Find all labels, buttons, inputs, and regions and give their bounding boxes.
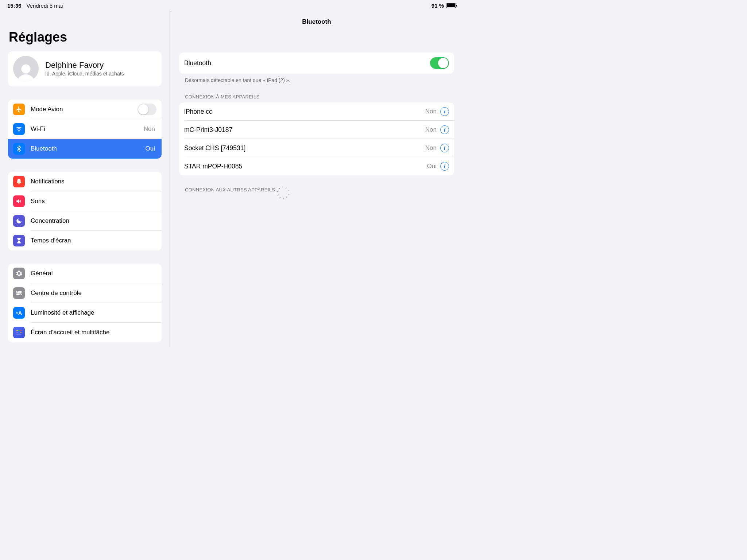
device-status: Non (425, 108, 437, 115)
wifi-icon (13, 123, 25, 135)
svg-rect-2 (16, 291, 22, 293)
svg-point-4 (17, 291, 18, 292)
wifi-label: Wi-Fi (31, 125, 144, 133)
svg-rect-3 (16, 293, 22, 295)
device-row[interactable]: mC-Print3-J0187 Non i (179, 121, 454, 139)
info-icon[interactable]: i (440, 107, 449, 116)
svg-rect-10 (19, 332, 20, 333)
my-devices-header: CONNEXION À MES APPAREILS (179, 94, 454, 102)
svg-rect-8 (20, 330, 22, 331)
info-icon[interactable]: i (440, 162, 449, 171)
hourglass-icon (13, 235, 25, 246)
moon-icon (13, 215, 25, 227)
battery-icon (446, 3, 456, 8)
screentime-label: Temps d’écran (31, 237, 156, 244)
svg-rect-12 (16, 334, 22, 335)
bluetooth-switch[interactable] (430, 57, 449, 69)
svg-point-0 (22, 65, 31, 74)
device-name: STAR mPOP-H0085 (184, 163, 427, 170)
bt-toggle-card: Bluetooth (179, 52, 454, 74)
control-label: Centre de contrôle (31, 289, 156, 297)
bt-value: Oui (146, 145, 155, 152)
status-time: 15:36 (7, 3, 21, 9)
profile-sub: Id. Apple, iCloud, médias et achats (45, 71, 124, 77)
svg-rect-11 (20, 332, 22, 333)
discoverable-note: Désormais détectable en tant que « iPad … (179, 74, 454, 83)
general-group: Général Centre de contrôle AA Luminosité… (8, 264, 162, 342)
profile-name: Delphine Favory (45, 61, 124, 70)
detail-pane: Bluetooth Bluetooth Désormais détectable… (170, 9, 463, 347)
notif-label: Notifications (31, 178, 156, 185)
sidebar-item-focus[interactable]: Concentration (8, 211, 162, 231)
other-devices-header: CONNEXION AUX AUTRES APPAREILS (179, 186, 454, 196)
device-name: iPhone cc (184, 108, 425, 116)
sidebar-item-bluetooth[interactable]: Bluetooth Oui (8, 139, 162, 159)
device-row[interactable]: iPhone cc Non i (179, 102, 454, 121)
avatar-icon (13, 56, 39, 81)
text-size-icon: AA (13, 307, 25, 319)
other-devices-label: CONNEXION AUX AUTRES APPAREILS (185, 187, 275, 192)
spinner-icon (279, 186, 286, 193)
general-label: Général (31, 270, 156, 277)
sidebar-item-wifi[interactable]: Wi-Fi Non (8, 119, 162, 139)
sidebar-item-general[interactable]: Général (8, 264, 162, 283)
svg-point-1 (19, 131, 19, 132)
device-name: Socket CHS [749531] (184, 144, 425, 152)
svg-point-5 (20, 294, 21, 295)
speaker-icon (13, 195, 25, 207)
profile-card[interactable]: Delphine Favory Id. Apple, iCloud, média… (8, 51, 162, 86)
bell-icon (13, 176, 25, 187)
alerts-group: Notifications Sons Concentration (8, 172, 162, 250)
settings-title: Réglages (9, 30, 162, 45)
display-label: Luminosité et affichage (31, 309, 156, 316)
device-status: Non (425, 126, 437, 133)
svg-rect-6 (16, 330, 18, 331)
bt-label: Bluetooth (31, 145, 146, 152)
wifi-value: Non (144, 125, 155, 133)
info-icon[interactable]: i (440, 144, 449, 152)
info-icon[interactable]: i (440, 125, 449, 134)
sounds-label: Sons (31, 198, 156, 205)
my-devices-list: iPhone cc Non i mC-Print3-J0187 Non i So… (179, 102, 454, 175)
device-row[interactable]: STAR mPOP-H0085 Oui i (179, 157, 454, 175)
device-row[interactable]: Socket CHS [749531] Non i (179, 139, 454, 157)
airplane-label: Mode Avion (31, 106, 138, 113)
sidebar-item-control-center[interactable]: Centre de contrôle (8, 283, 162, 303)
bt-toggle-row[interactable]: Bluetooth (179, 52, 454, 74)
sidebar-item-display[interactable]: AA Luminosité et affichage (8, 303, 162, 323)
home-screen-icon (13, 327, 25, 338)
focus-label: Concentration (31, 217, 156, 225)
bt-toggle-label: Bluetooth (184, 59, 430, 67)
toggles-icon (13, 287, 25, 299)
home-label: Écran d’accueil et multitâche (31, 329, 156, 336)
bluetooth-icon (13, 143, 25, 155)
airplane-switch[interactable] (138, 104, 156, 115)
settings-sidebar: Réglages Delphine Favory Id. Apple, iClo… (0, 9, 170, 347)
connectivity-group: Mode Avion Wi-Fi Non Bluetooth Oui (8, 100, 162, 159)
sidebar-item-airplane[interactable]: Mode Avion (8, 100, 162, 119)
device-status: Oui (427, 163, 437, 170)
status-date: Vendredi 5 mai (26, 3, 63, 9)
sidebar-item-sounds[interactable]: Sons (8, 191, 162, 211)
detail-title: Bluetooth (179, 18, 454, 26)
gear-icon (13, 268, 25, 279)
svg-rect-9 (16, 332, 18, 333)
status-bar: 15:36 Vendredi 5 mai 91 % (0, 0, 463, 9)
svg-rect-7 (19, 330, 20, 331)
sidebar-item-home[interactable]: Écran d’accueil et multitâche (8, 323, 162, 342)
device-status: Non (425, 144, 437, 152)
sidebar-item-notifications[interactable]: Notifications (8, 172, 162, 191)
battery-percent: 91 % (431, 3, 444, 9)
airplane-icon (13, 104, 25, 115)
device-name: mC-Print3-J0187 (184, 126, 425, 134)
sidebar-item-screentime[interactable]: Temps d’écran (8, 231, 162, 250)
